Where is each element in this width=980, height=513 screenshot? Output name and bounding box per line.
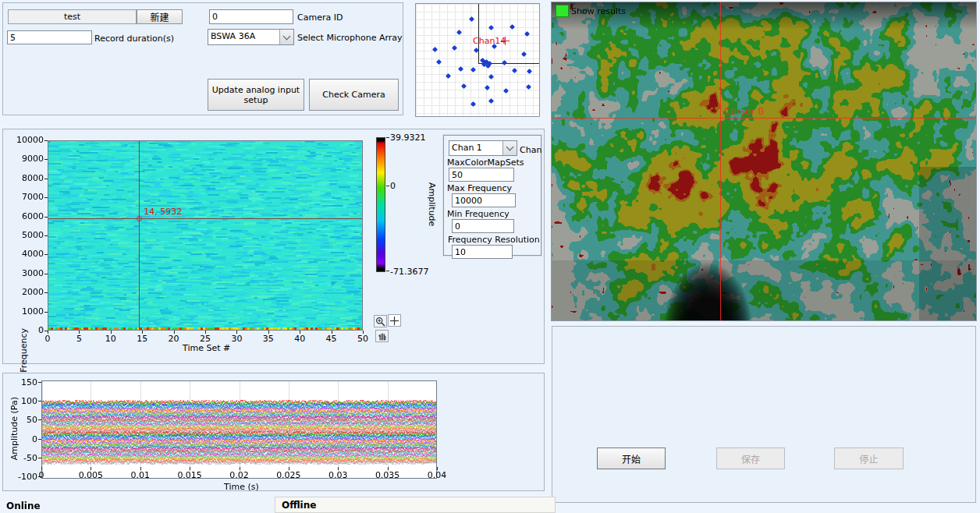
tick-mark	[38, 419, 41, 420]
record-duration-field[interactable]: 5	[7, 30, 92, 44]
project-name-field[interactable]: test	[8, 9, 137, 24]
min-frequency-label: Min Frequency	[447, 209, 510, 219]
cursor-tool-icon[interactable]	[388, 314, 401, 327]
tick-mark	[44, 292, 48, 293]
mic-dot	[485, 85, 490, 90]
mic-dot	[510, 24, 515, 30]
waveform-x-tick: 0.025	[273, 470, 304, 480]
tick-mark	[38, 439, 41, 440]
tick-mark	[44, 197, 48, 198]
show-results-checkbox[interactable]	[556, 5, 569, 17]
waveform-x-tick: 0.015	[174, 470, 205, 480]
camera-id-field[interactable]: 0	[209, 9, 293, 24]
waveform-x-tick: 0.04	[421, 470, 453, 480]
analysis-controls-cluster: Chan 1 Chan MaxColorMapSets 50 Max Frequ…	[443, 135, 541, 256]
spectrogram-y-tick: 6000	[9, 211, 44, 221]
spectrogram-y-tick: 9000	[9, 154, 44, 164]
tick-mark	[205, 331, 206, 334]
tick-mark	[140, 467, 141, 470]
spectrogram-y-tick: 7000	[9, 192, 44, 202]
chevron-down-icon[interactable]	[279, 30, 293, 44]
camera-view: Cursor 0 Show results	[551, 2, 977, 321]
spectrogram-x-tick: 20	[163, 334, 185, 344]
tick-mark	[338, 467, 339, 470]
mic-array-dropdown[interactable]: BSWA 36A	[208, 29, 294, 45]
mic-array-value: BSWA 36A	[208, 30, 279, 44]
mic-dot	[488, 25, 494, 30]
zoom-tool-icon[interactable]	[374, 315, 387, 327]
spectrogram-y-tick: 10000	[9, 135, 44, 145]
frequency-resolution-field[interactable]: 10	[452, 245, 513, 259]
mic-dot	[524, 31, 530, 37]
spectrogram-x-tick: 15	[131, 334, 153, 344]
spectrogram-cursor-vline[interactable]	[139, 141, 140, 330]
tick-mark	[437, 467, 438, 470]
channel-dropdown[interactable]: Chan 1	[449, 140, 517, 156]
mic-dot	[432, 47, 438, 52]
spectrogram-cursor-hline[interactable]	[48, 218, 362, 219]
tick-mark	[44, 140, 48, 141]
maxcolormapsets-field[interactable]: 50	[449, 168, 514, 182]
colorbar-tick: -71.3677	[390, 267, 435, 277]
mic-dot	[470, 101, 476, 107]
tick-mark	[386, 186, 389, 186]
tick-mark	[332, 331, 332, 334]
colorbar-title: Amplitude	[427, 182, 437, 226]
camera-id-label: Camera ID	[297, 12, 343, 23]
tick-mark	[174, 331, 175, 334]
start-button[interactable]: 开始	[597, 448, 666, 469]
spectrogram-x-tick: 5	[68, 334, 90, 344]
spectrogram-x-tick: 40	[289, 334, 311, 344]
acoustic-camera-image[interactable]	[552, 2, 976, 320]
mic-dot	[456, 30, 462, 35]
spectrogram-y-tick: 3000	[9, 268, 44, 278]
mic-dot	[488, 98, 494, 104]
waveform-ylabel: Amplitude (Pa)	[9, 397, 20, 460]
camera-cursor-label: Cursor 0	[724, 106, 764, 117]
channel-label: Chan	[520, 145, 541, 155]
mic-dot	[521, 51, 527, 57]
new-button[interactable]: 新建	[137, 9, 183, 24]
waveform-y-tick: 50	[12, 415, 37, 425]
tick-mark	[38, 382, 41, 383]
tick-mark	[142, 331, 143, 334]
mic-dot	[488, 74, 494, 80]
waveform-xlabel: Time (s)	[224, 482, 259, 492]
camera-cursor-vline[interactable]	[720, 2, 721, 320]
spectrogram-image[interactable]	[48, 141, 362, 330]
waveform-x-tick: 0	[26, 470, 57, 480]
mic-dot	[503, 88, 509, 94]
camera-cursor-hline[interactable]	[552, 118, 976, 119]
spectrogram-x-tick: 0	[37, 334, 59, 344]
waveform-plot	[41, 380, 437, 479]
check-camera-button[interactable]: Check Camera	[309, 79, 399, 111]
spectrogram-plot[interactable]: 14, 5932	[48, 140, 363, 331]
save-button[interactable]: 保存	[716, 448, 785, 469]
tick-mark	[44, 159, 48, 160]
mic-dot	[474, 48, 479, 53]
stop-button[interactable]: 停止	[834, 448, 904, 469]
tick-mark	[300, 331, 300, 334]
tick-mark	[388, 467, 389, 470]
tick-mark	[236, 331, 237, 334]
tick-mark	[44, 217, 48, 218]
mic-dot	[446, 73, 451, 79]
pan-tool-icon[interactable]	[375, 330, 389, 342]
mic-array-label: Select Microphone Array	[297, 33, 403, 43]
spectrogram-panel: Frequency 14, 5932 010002000300040005000…	[2, 129, 545, 364]
update-analog-input-button[interactable]: Update analog input setup	[208, 79, 304, 111]
chevron-down-icon[interactable]	[502, 141, 517, 155]
tick-mark	[363, 331, 364, 334]
min-frequency-field[interactable]: 0	[452, 219, 514, 233]
spectrogram-x-tick: 35	[257, 334, 279, 344]
waveform-x-tick: 0.035	[372, 470, 403, 480]
spectrogram-cursor-marker[interactable]	[137, 216, 142, 221]
spectrogram-y-tick: 2000	[9, 287, 44, 297]
tick-mark	[38, 401, 41, 402]
tick-mark	[386, 137, 389, 138]
spectrogram-y-tick: 8000	[9, 173, 44, 183]
max-frequency-field[interactable]: 10000	[452, 193, 516, 207]
waveform-x-tick: 0.03	[322, 470, 353, 480]
spectrogram-y-tick: 1000	[9, 306, 44, 317]
mic-dot	[470, 67, 476, 73]
